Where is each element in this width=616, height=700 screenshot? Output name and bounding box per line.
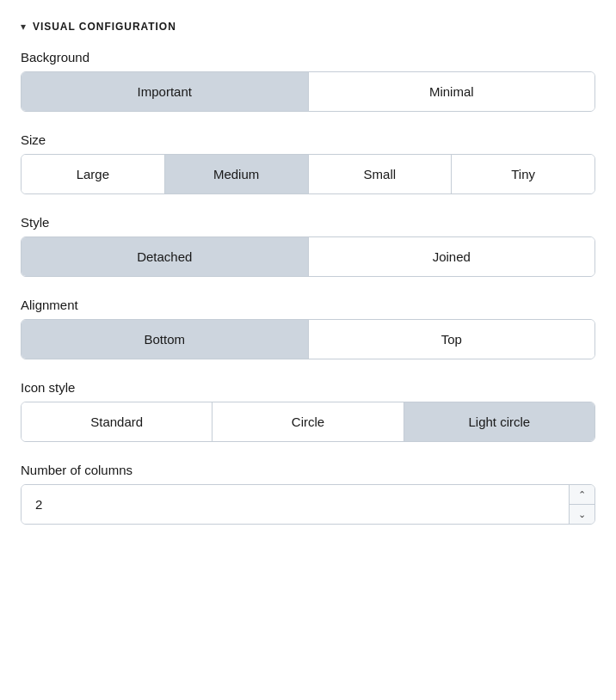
label-style: Style [21, 215, 595, 230]
group-background: BackgroundImportantMinimal [21, 50, 595, 112]
group-style: StyleDetachedJoined [21, 215, 595, 277]
columns-group: Number of columns ⌃ ⌄ [21, 463, 595, 525]
section-title: VISUAL CONFIGURATION [33, 21, 176, 33]
toggle-btn-tiny[interactable]: Tiny [452, 155, 594, 193]
toggle-btn-large[interactable]: Large [22, 155, 165, 193]
group-alignment: AlignmentBottomTop [21, 298, 595, 359]
toggle-group-alignment: BottomTop [21, 319, 595, 359]
columns-label: Number of columns [21, 463, 595, 477]
toggle-btn-small[interactable]: Small [309, 155, 453, 193]
toggle-group-icon_style: StandardCircleLight circle [21, 402, 595, 442]
columns-input[interactable] [22, 485, 569, 524]
toggle-btn-circle[interactable]: Circle [213, 402, 403, 441]
toggle-btn-bottom[interactable]: Bottom [22, 320, 309, 359]
toggle-btn-light-circle[interactable]: Light circle [404, 402, 594, 441]
toggle-group-style: DetachedJoined [21, 236, 595, 277]
chevron-down-icon: ▾ [21, 21, 26, 33]
section-header[interactable]: ▾ VISUAL CONFIGURATION [21, 21, 595, 33]
increment-button[interactable]: ⌃ [570, 485, 594, 505]
toggle-group-size: LargeMediumSmallTiny [21, 154, 595, 194]
decrement-button[interactable]: ⌄ [570, 505, 594, 524]
group-icon_style: Icon styleStandardCircleLight circle [21, 380, 595, 442]
label-background: Background [21, 50, 595, 64]
toggle-btn-joined[interactable]: Joined [309, 237, 595, 276]
toggle-group-background: ImportantMinimal [21, 71, 595, 112]
toggle-btn-detached[interactable]: Detached [22, 237, 309, 276]
toggle-btn-medium[interactable]: Medium [165, 155, 309, 193]
toggle-btn-minimal[interactable]: Minimal [309, 72, 595, 111]
label-alignment: Alignment [21, 298, 595, 312]
label-icon_style: Icon style [21, 380, 595, 395]
toggle-btn-top[interactable]: Top [309, 320, 595, 359]
label-size: Size [21, 132, 595, 147]
toggle-btn-important[interactable]: Important [22, 72, 309, 111]
columns-input-wrapper: ⌃ ⌄ [21, 484, 595, 525]
group-size: SizeLargeMediumSmallTiny [21, 132, 595, 194]
toggle-btn-standard[interactable]: Standard [22, 402, 213, 441]
spinners: ⌃ ⌄ [569, 485, 594, 524]
